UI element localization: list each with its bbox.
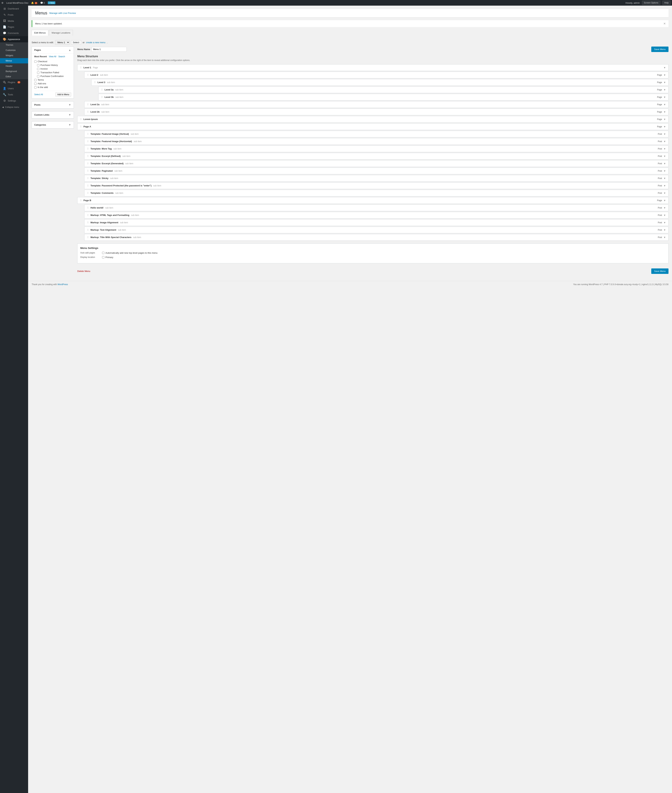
tab-manage-locations[interactable]: Manage Locations (49, 30, 73, 35)
drag-handle-icon[interactable]: ⠿ (87, 74, 89, 77)
purchase-confirmation-checkbox[interactable] (37, 75, 39, 77)
checkout-checkbox[interactable] (34, 61, 37, 63)
table-row[interactable]: ⠿Page BPage▼ (77, 197, 669, 204)
sidebar-item-header[interactable]: Header (0, 64, 28, 69)
custom-links-postbox-toggle[interactable]: ▼ (68, 113, 71, 117)
menu-item-expand-arrow[interactable]: ▼ (663, 155, 666, 158)
menu-item-expand-arrow[interactable]: ▼ (663, 96, 666, 99)
create-new-menu-link[interactable]: create a new menu (86, 41, 106, 44)
menu-item-expand-arrow[interactable]: ▼ (663, 133, 666, 136)
notice-dismiss-btn[interactable]: ✕ (663, 22, 666, 25)
live-preview-link[interactable]: Manage with Live Preview (50, 12, 76, 14)
menu-item-expand-arrow[interactable]: ▼ (663, 236, 666, 239)
table-row[interactable]: ⠿Markup: Title With Special Characterssu… (84, 234, 669, 241)
sidebar-item-media[interactable]: 🖼 Media (0, 18, 28, 24)
pages-postbox-toggle[interactable]: ▲ (68, 48, 71, 52)
table-row[interactable]: ⠿Markup: HTML Tags and Formattingsub ite… (84, 212, 669, 219)
table-row[interactable]: ⠿Level 2asub itemPage▼ (84, 101, 669, 108)
pages-tab-view-all[interactable]: View All (49, 55, 56, 58)
posts-postbox-toggle[interactable]: ▼ (68, 103, 71, 107)
drag-handle-icon[interactable]: ⠿ (87, 221, 89, 224)
table-row[interactable]: ⠿Level 3bsub itemPage▼ (98, 94, 669, 101)
terms-checkbox[interactable] (34, 79, 37, 81)
sidebar-item-users[interactable]: 👤 Users (0, 85, 28, 91)
drag-handle-icon[interactable]: ⠿ (87, 169, 89, 172)
table-row[interactable]: ⠿Lorem IpsumPage▼ (77, 116, 669, 123)
tab-edit-menus[interactable]: Edit Menus (32, 30, 48, 36)
sidebar-item-appearance[interactable]: 🎨 Appearance (0, 36, 28, 42)
sidebar-item-customize[interactable]: Customize (0, 48, 28, 53)
in-the-wild-checkbox[interactable] (34, 86, 37, 88)
drag-handle-icon[interactable]: ⠿ (80, 125, 82, 128)
transaction-failed-checkbox[interactable] (37, 72, 39, 74)
wp-logo-icon[interactable]: ⚙ (2, 2, 3, 4)
drag-handle-icon[interactable]: ⠿ (80, 118, 82, 121)
collapse-menu-btn[interactable]: ◀ Collapse menu (0, 104, 28, 110)
drag-handle-icon[interactable]: ⠿ (94, 81, 96, 84)
pages-tab-search[interactable]: Search (58, 55, 65, 58)
drag-handle-icon[interactable]: ⠿ (101, 96, 103, 99)
primary-checkbox[interactable] (102, 256, 104, 258)
menu-item-expand-arrow[interactable]: ▼ (663, 147, 666, 150)
table-row[interactable]: ⠿Template: Password Protected (the passw… (84, 182, 669, 189)
sidebar-item-settings[interactable]: ⚙ Settings (0, 98, 28, 104)
drag-handle-icon[interactable]: ⠿ (87, 133, 89, 136)
pages-postbox-header[interactable]: Pages ▲ (32, 47, 74, 54)
custom-links-postbox-header[interactable]: Custom Links ▼ (32, 112, 74, 118)
menu-item-expand-arrow[interactable]: ▼ (663, 192, 666, 195)
drag-handle-icon[interactable]: ⠿ (87, 140, 89, 143)
table-row[interactable]: ⠿Template: Featured Image (Horizontal)su… (84, 138, 669, 145)
menu-item-expand-arrow[interactable]: ▼ (663, 66, 666, 69)
table-row[interactable]: ⠿Template: More Tagsub itemPost▼ (84, 145, 669, 152)
menu-item-expand-arrow[interactable]: ▼ (663, 206, 666, 209)
menu-item-expand-arrow[interactable]: ▼ (663, 74, 666, 77)
sidebar-item-menus[interactable]: Menus (0, 58, 28, 64)
menu-item-expand-arrow[interactable]: ▼ (663, 184, 666, 187)
sidebar-item-plugins[interactable]: 🔌 Plugins 8 (0, 79, 28, 85)
drag-handle-icon[interactable]: ⠿ (101, 88, 103, 91)
sidebar-item-posts[interactable]: ✎ Posts (0, 12, 28, 18)
menu-select-dropdown[interactable]: Menu 1 (55, 40, 70, 45)
categories-postbox-toggle[interactable]: ▼ (68, 123, 71, 126)
drag-handle-icon[interactable]: ⠿ (87, 110, 89, 113)
site-name[interactable]: Local WordPress Dev (6, 2, 28, 4)
table-row[interactable]: ⠿Hello world!sub itemPost▼ (84, 205, 669, 211)
sidebar-item-editor[interactable]: Editor (0, 74, 28, 79)
sidebar-item-pages[interactable]: 📄 Pages (0, 24, 28, 30)
menu-item-expand-arrow[interactable]: ▼ (663, 81, 666, 84)
pages-tab-most-recent[interactable]: Most Recent (34, 55, 47, 58)
drag-handle-icon[interactable]: ⠿ (87, 162, 89, 165)
table-row[interactable]: ⠿Template: Commentssub itemPost▼ (84, 190, 669, 197)
table-row[interactable]: ⠿Level 2bsub itemPage▼ (84, 109, 669, 115)
select-all-link[interactable]: Select All (34, 93, 43, 96)
save-menu-btn-top[interactable]: Save Menu (651, 46, 669, 52)
addons-checkbox[interactable] (34, 83, 37, 85)
table-row[interactable]: ⠿Template: Paginatedsub itemPost▼ (84, 168, 669, 174)
purchase-history-checkbox[interactable] (37, 64, 39, 66)
table-row[interactable]: ⠿Template: Featured Image (Vertical)sub … (84, 131, 669, 137)
menu-item-expand-arrow[interactable]: ▼ (663, 88, 666, 91)
drag-handle-icon[interactable]: ⠿ (87, 147, 89, 150)
help-btn[interactable]: Help (662, 1, 670, 5)
menu-item-expand-arrow[interactable]: ▼ (663, 118, 666, 121)
drag-handle-icon[interactable]: ⠿ (80, 199, 82, 202)
drag-handle-icon[interactable]: ⠿ (87, 155, 89, 158)
sidebar-item-comments[interactable]: 💬 Comments (0, 30, 28, 36)
drag-handle-icon[interactable]: ⠿ (80, 66, 82, 69)
table-row[interactable]: ⠿Level 1Page▼ (77, 64, 669, 71)
table-row[interactable]: ⠿Template: Stickysub itemPost▼ (84, 175, 669, 182)
notifications-icon[interactable]: 🔔 9 (31, 2, 37, 4)
menu-item-expand-arrow[interactable]: ▼ (663, 199, 666, 202)
table-row[interactable]: ⠿Template: Excerpt (Generated)sub itemPo… (84, 160, 669, 167)
drag-handle-icon[interactable]: ⠿ (87, 214, 89, 217)
footer-wp-link[interactable]: WordPress (58, 283, 68, 286)
menu-item-expand-arrow[interactable]: ▼ (663, 140, 666, 143)
menu-item-expand-arrow[interactable]: ▼ (663, 221, 666, 224)
save-menu-btn-bottom[interactable]: Save Menu (651, 269, 669, 274)
menu-item-expand-arrow[interactable]: ▼ (663, 177, 666, 180)
sidebar-item-widgets[interactable]: Widgets (0, 53, 28, 58)
drag-handle-icon[interactable]: ⠿ (87, 192, 89, 195)
table-row[interactable]: ⠿Markup: Image Alignmentsub itemPost▼ (84, 219, 669, 226)
new-content-btn[interactable]: + New (48, 2, 56, 4)
table-row[interactable]: ⠿Level 2sub itemPage▼ (84, 72, 669, 78)
